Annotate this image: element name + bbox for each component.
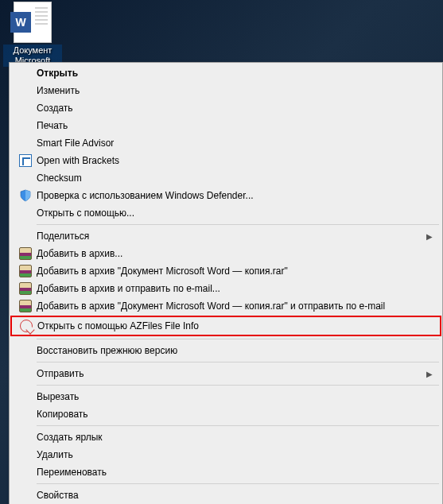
menu-create[interactable]: Создать — [11, 99, 441, 117]
menu-cut[interactable]: Вырезать — [11, 388, 441, 405]
menu-smart-file-advisor[interactable]: Smart File Advisor — [11, 134, 441, 152]
context-menu: Открыть Изменить Создать Печать Smart Fi… — [9, 62, 443, 504]
word-document-icon: W — [14, 2, 52, 43]
winrar-icon — [19, 265, 32, 277]
menu-add-to-named-and-email[interactable]: Добавить в архив "Документ Microsoft Wor… — [11, 297, 441, 315]
menu-separator — [37, 224, 439, 225]
menu-item-label: Печать — [37, 120, 68, 131]
menu-add-to-named-archive[interactable]: Добавить в архив "Документ Microsoft Wor… — [11, 262, 441, 280]
menu-item-label: Smart File Advisor — [37, 138, 114, 149]
menu-rename[interactable]: Переименовать — [11, 463, 441, 481]
menu-item-label: Переименовать — [37, 467, 107, 478]
azfiles-magnifier-icon — [20, 320, 33, 332]
menu-edit[interactable]: Изменить — [11, 82, 441, 99]
menu-item-label: Добавить в архив... — [37, 248, 122, 259]
menu-item-label: Открыть с помощью AZFiles File Info — [37, 320, 199, 331]
menu-item-label: Проверка с использованием Windows Defend… — [37, 190, 254, 201]
menu-item-label: Копировать — [37, 409, 88, 420]
menu-item-label: Открыть — [37, 68, 78, 79]
desktop-file-icon[interactable]: W ДокументMicrosoft — [3, 2, 62, 67]
menu-separator — [37, 385, 439, 386]
menu-separator — [37, 362, 439, 362]
submenu-arrow-icon: ▶ — [426, 232, 433, 241]
menu-item-label: Удалить — [37, 449, 73, 460]
menu-separator — [37, 483, 439, 484]
menu-copy[interactable]: Копировать — [11, 405, 441, 423]
menu-print[interactable]: Печать — [11, 117, 441, 134]
menu-item-label: Checksum — [37, 173, 82, 184]
menu-item-label: Восстановить прежнюю версию — [37, 345, 177, 356]
menu-item-label: Open with Brackets — [37, 155, 119, 166]
menu-add-and-email[interactable]: Добавить в архив и отправить по e-mail..… — [11, 280, 441, 297]
menu-item-label: Добавить в архив "Документ Microsoft Wor… — [37, 300, 385, 312]
menu-open[interactable]: Открыть — [11, 64, 441, 82]
brackets-icon — [19, 154, 32, 167]
menu-item-label: Изменить — [37, 85, 80, 96]
menu-item-label: Свойства — [37, 490, 79, 501]
menu-separator — [37, 425, 439, 426]
word-badge-icon: W — [10, 12, 31, 33]
menu-item-label: Добавить в архив "Документ Microsoft Wor… — [37, 266, 288, 277]
highlighted-menu-item: Открыть с помощью AZFiles File Info — [10, 316, 441, 336]
menu-defender-scan[interactable]: Проверка с использованием Windows Defend… — [11, 187, 441, 204]
menu-item-label: Создать — [37, 103, 73, 114]
menu-checksum[interactable]: Checksum — [11, 169, 441, 187]
winrar-icon — [19, 300, 32, 312]
menu-send-to[interactable]: Отправить ▶ — [11, 365, 441, 382]
menu-restore-previous[interactable]: Восстановить прежнюю версию — [11, 342, 441, 359]
menu-open-with-azfiles[interactable]: Открыть с помощью AZFiles File Info — [12, 317, 440, 335]
menu-item-label: Добавить в архив и отправить по e-mail..… — [37, 283, 220, 294]
menu-open-with[interactable]: Открыть с помощью... — [11, 204, 441, 222]
winrar-icon — [19, 282, 32, 295]
menu-delete[interactable]: Удалить — [11, 446, 441, 463]
defender-shield-icon — [19, 189, 32, 202]
menu-item-label: Создать ярлык — [37, 432, 103, 443]
menu-share[interactable]: Поделиться ▶ — [11, 227, 441, 245]
menu-open-with-brackets[interactable]: Open with Brackets — [11, 152, 441, 169]
menu-item-label: Поделиться — [37, 231, 89, 242]
menu-separator — [37, 339, 439, 339]
menu-properties[interactable]: Свойства — [11, 487, 441, 504]
menu-add-to-archive[interactable]: Добавить в архив... — [11, 245, 441, 262]
menu-item-label: Вырезать — [37, 391, 79, 402]
menu-item-label: Отправить — [37, 368, 84, 379]
menu-create-shortcut[interactable]: Создать ярлык — [11, 428, 441, 446]
winrar-icon — [19, 247, 32, 260]
submenu-arrow-icon: ▶ — [426, 370, 433, 378]
menu-item-label: Открыть с помощью... — [37, 207, 134, 219]
